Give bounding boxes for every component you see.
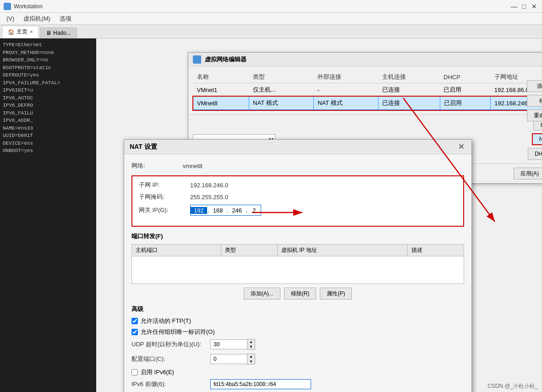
tab-home-label: 主页 [16, 28, 27, 36]
remove-port-btn[interactable]: 移除(R) [284, 288, 317, 299]
remove-network-btn[interactable]: 移除网络(O) [527, 95, 542, 107]
vne-table-area: 名称 类型 外部连接 主机连接 DHCP 子网地址 VMnet1 仅主机... [188, 66, 542, 114]
udp-spinner-btns: ▲ ▼ [247, 339, 255, 350]
port-forwarding-title: 端口转发(F) [131, 232, 464, 240]
gateway-field[interactable]: . . . [190, 205, 261, 216]
minimize-btn[interactable]: — [510, 2, 518, 11]
gateway-seg1[interactable] [191, 207, 207, 214]
udp-timeout-input[interactable] [210, 339, 247, 349]
add-network-btn[interactable]: 添加网络(E)... [527, 80, 542, 92]
ftp-checkbox[interactable] [131, 318, 138, 324]
cell-dhcp: 已启用 [440, 83, 491, 97]
col-pf-type: 类型 [221, 245, 277, 256]
cell-host: 已连接 [378, 97, 440, 110]
vne-dialog-icon [193, 55, 201, 64]
title-bar: Workstation — □ ✕ [0, 0, 542, 13]
ipv6-prefix-label: IPv6 前缀(6): [131, 380, 205, 388]
config-port-spinner: ▲ ▼ [210, 354, 255, 365]
nat-title: NAT 设置 [130, 143, 157, 151]
config-spinner-down[interactable]: ▼ [247, 359, 255, 364]
menu-bar: (V) 虚拟机(M) 选项 [0, 13, 542, 25]
terminal-line: BROWSER_ONLY=no [3, 56, 93, 64]
tab-hado-label: Hado... [53, 30, 71, 36]
udp-spinner-up[interactable]: ▲ [247, 339, 255, 344]
udp-label: 允许任何组织唯一标识符(O) [141, 328, 215, 336]
config-port-label: 配置端口(C): [131, 355, 205, 363]
network-label: 网络: [131, 162, 177, 170]
advanced-section: 高级 允许活动的 FTP(T) 允许任何组织唯一标识符(O) UDP 超时(以秒… [131, 305, 464, 389]
gateway-seg2[interactable] [210, 207, 226, 214]
col-host: 主机连接 [378, 71, 440, 83]
network-row: 网络: vmnet8 [131, 162, 464, 170]
main-area: TYPE=Ethernet PROXY_METHOD=none BROWSER_… [0, 38, 542, 392]
terminal-line: IPV6_AUTOC [3, 94, 93, 102]
menu-view[interactable]: (V) [2, 14, 19, 23]
vne-table: 名称 类型 外部连接 主机连接 DHCP 子网地址 VMnet1 仅主机... [193, 71, 542, 110]
subnet-ip-row: 子网 IP: 192.168.246.0 [139, 181, 457, 189]
config-port-row: 配置端口(C): ▲ ▼ [131, 354, 464, 365]
udp-checkbox[interactable] [131, 329, 138, 335]
props-port-btn[interactable]: 属性(P) [320, 288, 352, 299]
ipv6-check-row: 启用 IPv6(E) [131, 368, 464, 376]
col-type: 类型 [249, 71, 314, 83]
ipv6-prefix-input[interactable] [210, 379, 311, 389]
col-dhcp: DHCP [440, 71, 491, 83]
terminal-line: IPV6_DEFRO [3, 102, 93, 109]
cell-name: VMnet8 [193, 97, 249, 110]
ftp-check-row: 允许活动的 FTP(T) [131, 317, 464, 325]
terminal-line: IPV6INIT=u [3, 87, 93, 94]
col-desc: 描述 [408, 245, 464, 256]
terminal-line: IPV4_FAILURE_FATAL= [3, 79, 93, 87]
maximize-btn[interactable]: □ [520, 2, 528, 11]
config-port-input[interactable] [210, 354, 247, 364]
tab-home[interactable]: 🏠 主页 ✕ [2, 26, 39, 38]
tab-hado[interactable]: 🖥 Hado... [40, 27, 77, 38]
home-icon: 🏠 [8, 29, 15, 35]
rename-network-btn[interactable]: 重命名网络(W)... [527, 109, 542, 121]
terminal-line: IPV6_ADDR_ [3, 117, 93, 125]
gateway-seg3[interactable] [229, 207, 245, 214]
menu-vm[interactable]: 虚拟机(M) [19, 14, 55, 24]
cell-dhcp: 已启用 [440, 97, 491, 110]
right-panel: 虚拟网络编辑器 ✕ 名称 类型 外部连接 主机连接 DHCP 子网地址 [96, 38, 542, 392]
terminal-line: PROXY_METHOD=none [3, 49, 93, 57]
cell-type: NAT 模式 [249, 97, 314, 110]
port-forwarding-section: 端口转发(F) 主机端口 类型 虚拟机 IP 地址 描述 [131, 232, 464, 299]
port-table: 主机端口 类型 虚拟机 IP 地址 描述 [131, 244, 464, 284]
udp-spinner-down[interactable]: ▼ [247, 344, 255, 349]
terminal-pane: TYPE=Ethernet PROXY_METHOD=none BROWSER_… [0, 38, 96, 392]
vm-icon: 🖥 [46, 30, 51, 36]
table-row[interactable]: VMnet1 仅主机... - 已连接 已启用 192.168.86.0 [193, 83, 542, 97]
terminal-line: DEVICE=ens [3, 140, 93, 147]
tab-home-close[interactable]: ✕ [29, 29, 33, 34]
port-buttons: 添加(A)... 移除(R) 属性(P) [131, 288, 464, 299]
subnet-ip-label: 子网 IP: [139, 181, 185, 189]
dhcp-settings-btn[interactable]: DHCP 设置(P)... [528, 148, 542, 160]
col-external: 外部连接 [314, 71, 378, 83]
gateway-seg4[interactable] [248, 207, 261, 214]
config-spinner-up[interactable]: ▲ [247, 354, 255, 359]
ipv6-checkbox[interactable] [131, 369, 138, 376]
terminal-line: TYPE=Ethernet [3, 41, 93, 49]
port-table-empty-row [132, 256, 464, 284]
app-title: Workstation [14, 3, 43, 10]
close-btn[interactable]: ✕ [530, 2, 538, 11]
network-value: vmnet8 [183, 163, 203, 169]
add-port-btn[interactable]: 添加(A)... [244, 288, 280, 299]
ipv6-prefix-row: IPv6 前缀(6): [131, 379, 464, 389]
menu-options[interactable]: 选项 [55, 14, 76, 24]
cell-external: NAT 模式 [314, 97, 378, 110]
table-row-selected[interactable]: VMnet8 NAT 模式 NAT 模式 已连接 已启用 192.168.246… [193, 97, 542, 110]
subnet-ip-value: 192.168.246.0 [190, 182, 228, 189]
apply-btn[interactable]: 应用(A) [514, 168, 542, 180]
terminal-line: IPV6_FAILU [3, 109, 93, 117]
udp-timeout-label: UDP 超时(以秒为单位)(U): [131, 340, 205, 348]
port-table-empty [132, 256, 464, 284]
nat-close-btn[interactable]: ✕ [456, 142, 466, 152]
udp-timeout-spinner: ▲ ▼ [210, 339, 255, 350]
app-icon [4, 3, 11, 10]
udp-check-row: 允许任何组织唯一标识符(O) [131, 328, 464, 336]
nat-settings-btn[interactable]: NAT 设置(S)... [532, 133, 542, 145]
nat-body: 网络: vmnet8 子网 IP: 192.168.246.0 子网掩码: 25… [124, 154, 471, 392]
watermark: CSDN @_小杜小杜_ [487, 382, 538, 390]
